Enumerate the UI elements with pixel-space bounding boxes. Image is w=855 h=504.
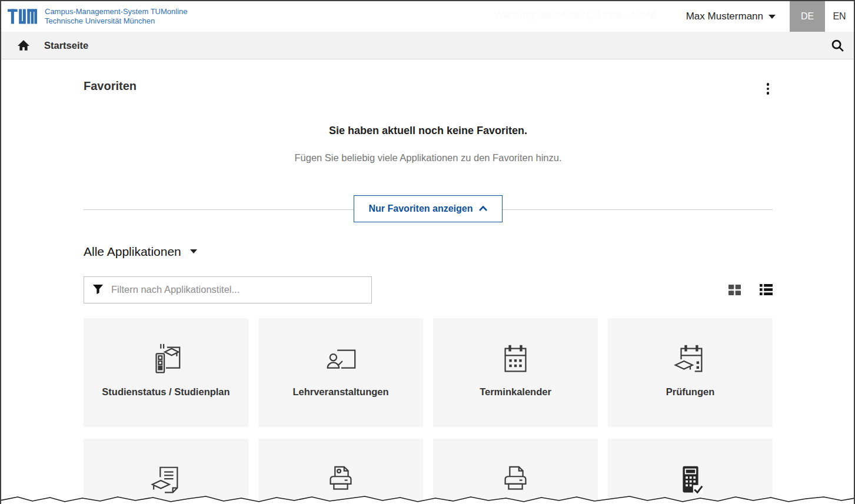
user-menu[interactable]: Max Mustermann [686, 1, 790, 32]
all-applications-dropdown[interactable]: Alle Applikationen [84, 245, 197, 259]
empty-state-subtitle: Fügen Sie beliebig viele Applikationen z… [84, 152, 773, 163]
tile-meine-leistungen[interactable]: Meine Leistungen [84, 439, 248, 504]
view-toggles [728, 284, 773, 295]
filter-funnel-icon [92, 284, 104, 295]
filter-input[interactable] [111, 284, 363, 295]
all-applications-title: Alle Applikationen [84, 245, 181, 259]
tile-studienerfolgsnachweis[interactable]: Studienerfolgsnachweis [258, 439, 423, 504]
favorites-title: Favoriten [84, 79, 137, 93]
tile-label: Prüfungen [666, 386, 715, 398]
tile-terminkalender[interactable]: Terminkalender [433, 318, 598, 427]
show-only-favorites-label: Nur Favoriten anzeigen [369, 203, 473, 214]
header-right: Max Mustermann DE EN [686, 1, 854, 32]
app-title-line2: Technische Universität München [45, 16, 188, 26]
filter-row [84, 276, 773, 303]
empty-state-title: Sie haben aktuell noch keine Favoriten. [84, 125, 773, 137]
favorites-header: Favoriten [84, 79, 773, 97]
tile-studienbeitragsstatus[interactable]: Studienbeitragsstatus [608, 439, 773, 504]
favorites-empty-state: Sie haben aktuell noch keine Favoriten. … [84, 125, 773, 163]
app-title: Campus-Management-System TUMonline Techn… [45, 7, 188, 26]
maintenance-notice: Wartung: 06.04.2021, 12:00 - 12:40 [494, 9, 656, 21]
caret-down-icon [190, 249, 197, 253]
language-de-button[interactable]: DE [790, 1, 825, 32]
achievements-document-icon [148, 462, 184, 500]
tile-dokumente[interactable]: Dokumente [433, 439, 598, 504]
tumonline-page: { "colors": { "tum_blue": "#3070b3", "li… [0, 0, 855, 504]
printer-icon [497, 462, 534, 500]
kebab-menu-icon[interactable] [763, 81, 773, 97]
search-icon [830, 38, 845, 53]
chevron-up-icon [479, 206, 487, 211]
home-icon [17, 39, 30, 51]
grid-view-icon[interactable] [728, 285, 741, 295]
home-button[interactable] [17, 39, 30, 51]
app-header: Campus-Management-System TUMonline Techn… [1, 1, 854, 32]
calculator-check-icon [672, 462, 708, 500]
navbar: Startseite [1, 32, 854, 59]
tile-label: Terminkalender [480, 386, 551, 398]
tum-logo[interactable]: Campus-Management-System TUMonline Techn… [1, 7, 188, 26]
tile-studienstatus-studienplan[interactable]: Studienstatus / Studienplan [84, 318, 248, 427]
application-tile-grid: Studienstatus / Studienplan Lehrveransta… [84, 318, 773, 504]
user-name: Max Mustermann [686, 11, 763, 22]
tile-pruefungen[interactable]: Prüfungen [608, 318, 773, 427]
study-status-icon [148, 342, 184, 379]
breadcrumb-startseite[interactable]: Startseite [44, 40, 88, 51]
search-button[interactable] [830, 32, 845, 59]
list-view-icon[interactable] [760, 284, 773, 295]
calendar-icon [497, 342, 534, 379]
tile-label: Studienstatus / Studienplan [102, 386, 229, 398]
show-only-favorites-button[interactable]: Nur Favoriten anzeigen [354, 195, 503, 222]
tum-logo-icon [8, 8, 37, 25]
favorites-toggle-row: Nur Favoriten anzeigen [84, 195, 773, 223]
exam-calendar-icon [672, 342, 708, 379]
filter-box [84, 276, 372, 303]
tile-label: Lehrveranstaltungen [292, 386, 388, 398]
chevron-down-icon [768, 15, 776, 19]
language-en-button[interactable]: EN [825, 1, 854, 32]
tile-lehrveranstaltungen[interactable]: Lehrveranstaltungen [258, 318, 423, 427]
lecture-board-icon [322, 342, 359, 379]
printer-icon [322, 462, 359, 500]
main-content: Favoriten Sie haben aktuell noch keine F… [1, 59, 854, 504]
app-title-line1: Campus-Management-System TUMonline [45, 7, 188, 16]
